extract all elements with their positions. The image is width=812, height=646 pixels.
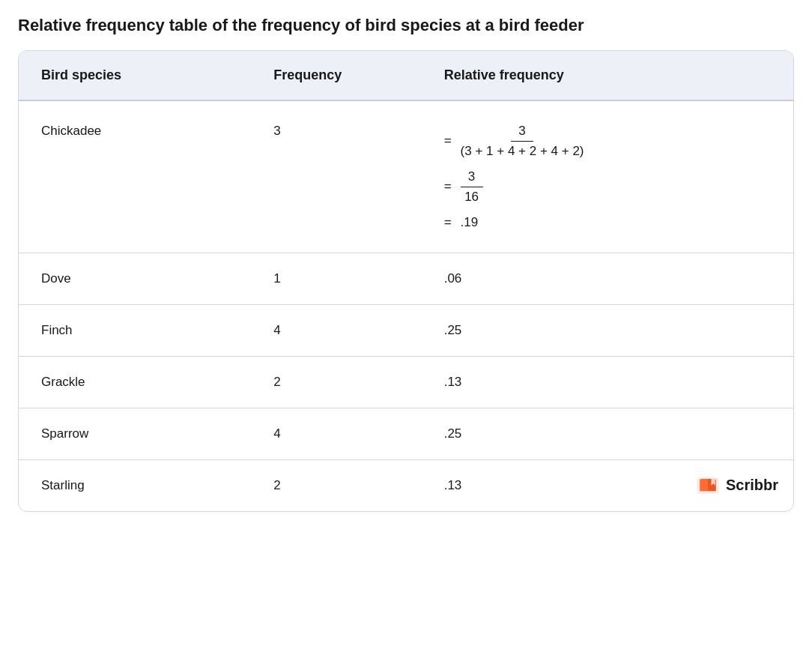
species-cell: Dove bbox=[19, 253, 251, 304]
table-row: Starling 2 .13 Scri bbox=[19, 459, 793, 511]
col-header-frequency: Frequency bbox=[251, 51, 421, 100]
fraction-1: 3 (3 + 1 + 4 + 2 + 4 + 2) bbox=[461, 124, 584, 159]
rel-freq-cell: .25 bbox=[422, 408, 793, 459]
table-row: Chickadee 3 = 3 (3 + 1 + 4 + 2 + 4 + 2) bbox=[19, 100, 793, 253]
numerator-2: 3 bbox=[461, 169, 483, 187]
scribbr-brand-name: Scribbr bbox=[726, 477, 778, 494]
equals-sign-1: = bbox=[444, 133, 452, 148]
table-row: Dove 1 .06 bbox=[19, 253, 793, 304]
species-cell: Finch bbox=[19, 304, 251, 356]
col-header-rel-freq: Relative frequency bbox=[422, 51, 793, 100]
col-header-species: Bird species bbox=[19, 51, 251, 100]
scribbr-icon bbox=[694, 472, 721, 499]
species-cell: Sparrow bbox=[19, 408, 251, 459]
frequency-cell: 4 bbox=[251, 408, 421, 459]
rel-freq-cell: = 3 (3 + 1 + 4 + 2 + 4 + 2) = 3 16 bbox=[422, 100, 793, 253]
page-title: Relative frequency table of the frequenc… bbox=[18, 15, 794, 37]
equals-sign-3: = bbox=[444, 215, 452, 230]
table-wrapper: Bird species Frequency Relative frequenc… bbox=[18, 50, 794, 512]
rel-freq-cell: .25 bbox=[422, 304, 793, 356]
species-cell: Starling bbox=[19, 459, 251, 511]
denominator-2: 16 bbox=[464, 187, 479, 205]
denominator-1: (3 + 1 + 4 + 2 + 4 + 2) bbox=[461, 142, 584, 159]
equals-sign-2: = bbox=[444, 179, 452, 194]
species-cell: Chickadee bbox=[19, 100, 251, 253]
fraction-line-3: = .19 bbox=[444, 215, 771, 230]
table-header-row: Bird species Frequency Relative frequenc… bbox=[19, 51, 793, 100]
frequency-table: Bird species Frequency Relative frequenc… bbox=[19, 51, 793, 511]
frequency-cell: 4 bbox=[251, 304, 421, 356]
fraction-line-1: = 3 (3 + 1 + 4 + 2 + 4 + 2) bbox=[444, 124, 771, 159]
species-cell: Grackle bbox=[19, 356, 251, 408]
rel-freq-cell: .13 Scribbr bbox=[422, 459, 793, 511]
table-row: Sparrow 4 .25 bbox=[19, 408, 793, 459]
table-row: Finch 4 .25 bbox=[19, 304, 793, 356]
frequency-cell: 2 bbox=[251, 459, 421, 511]
table-row: Grackle 2 .13 bbox=[19, 356, 793, 408]
decimal-value: .19 bbox=[461, 215, 479, 230]
rel-freq-value: .13 bbox=[444, 478, 462, 492]
fraction-line-2: = 3 16 bbox=[444, 169, 771, 205]
frequency-cell: 3 bbox=[251, 100, 421, 253]
frequency-cell: 2 bbox=[251, 356, 421, 408]
fraction-block: = 3 (3 + 1 + 4 + 2 + 4 + 2) = 3 16 bbox=[444, 124, 771, 230]
fraction-2: 3 16 bbox=[461, 169, 483, 205]
numerator-1: 3 bbox=[511, 124, 533, 142]
scribbr-logo: Scribbr bbox=[694, 472, 778, 499]
rel-freq-cell: .06 bbox=[422, 253, 793, 304]
frequency-cell: 1 bbox=[251, 253, 421, 304]
rel-freq-cell: .13 bbox=[422, 356, 793, 408]
